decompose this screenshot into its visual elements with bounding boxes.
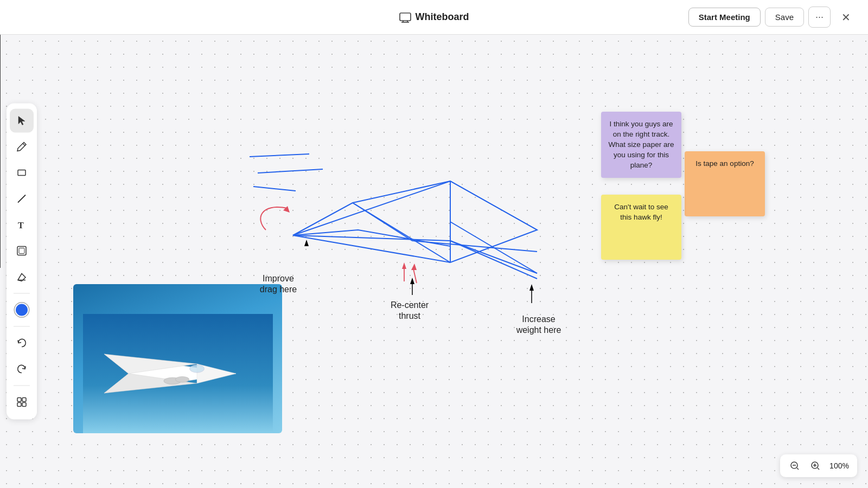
sticky-note-purple-text: I think you guys are on the right track.…: [609, 120, 674, 169]
undo-icon: [16, 338, 27, 349]
eraser-tool[interactable]: [10, 265, 34, 289]
recenter-label2: thrust: [399, 311, 421, 320]
increase-weight-label1: Increase: [522, 314, 555, 324]
rect-icon: [16, 168, 27, 178]
whiteboard-icon: [399, 11, 411, 23]
plane-drawing: [83, 314, 273, 433]
improve-drag-arrow: [260, 206, 290, 230]
save-button[interactable]: Save: [765, 8, 804, 27]
svg-line-4: [23, 144, 25, 146]
svg-marker-21: [402, 262, 406, 269]
eraser-icon: [16, 272, 27, 282]
text-tool[interactable]: T: [10, 213, 34, 237]
toolbar-divider-2: [14, 326, 30, 327]
header-actions: Start Meeting Save ··· ✕: [688, 7, 857, 28]
svg-rect-14: [22, 403, 26, 407]
select-tool[interactable]: [10, 109, 34, 133]
color-dot: [15, 303, 29, 317]
svg-marker-23: [411, 264, 417, 270]
toolbar-divider-3: [14, 386, 30, 386]
more-options-button[interactable]: ···: [808, 7, 831, 28]
header: Whiteboard Start Meeting Save ··· ✕: [0, 0, 868, 35]
color-picker[interactable]: [10, 298, 34, 322]
recenter-label1: Re-center: [391, 300, 429, 310]
svg-rect-8: [17, 247, 26, 255]
pen-tool[interactable]: [10, 135, 34, 159]
toolbar-divider: [14, 293, 30, 294]
redo-button[interactable]: [10, 357, 34, 381]
svg-point-18: [175, 376, 189, 382]
line-tool[interactable]: [10, 187, 34, 211]
svg-line-30: [818, 468, 819, 470]
svg-rect-11: [17, 398, 21, 402]
svg-line-22: [413, 269, 417, 283]
more-tools-button[interactable]: [10, 390, 34, 414]
toolbar: T: [7, 104, 37, 420]
frame-icon: [16, 246, 27, 256]
thrust-label-arrowhead: [410, 278, 414, 284]
svg-rect-9: [19, 248, 24, 254]
svg-rect-0: [400, 13, 411, 21]
zoom-out-icon: [790, 461, 800, 471]
text-icon: T: [16, 220, 27, 230]
svg-marker-19: [283, 206, 290, 213]
line-icon: [16, 194, 27, 204]
title-text: Whiteboard: [416, 11, 469, 23]
plane-photo: [73, 284, 282, 433]
redo-icon: [16, 364, 27, 375]
canvas: T: [0, 35, 868, 488]
more-tools-icon: [16, 397, 27, 408]
zoom-level: 100%: [828, 461, 851, 470]
sticky-note-yellow[interactable]: Can't wait to see this hawk fly!: [601, 195, 681, 260]
zoom-out-button[interactable]: [787, 458, 803, 474]
recenter-thrust-arrows: [402, 262, 417, 283]
start-meeting-button[interactable]: Start Meeting: [688, 8, 761, 27]
increase-weight-label2: weight here: [516, 325, 561, 335]
svg-line-6: [18, 195, 25, 203]
close-button[interactable]: ✕: [835, 7, 857, 28]
zoom-controls: 100%: [780, 454, 857, 477]
zoom-in-button[interactable]: [807, 458, 824, 474]
frame-tool[interactable]: [10, 239, 34, 263]
svg-point-16: [189, 365, 204, 373]
sticky-note-purple[interactable]: I think you guys are on the right track.…: [601, 112, 681, 178]
pen-icon: [16, 142, 27, 152]
svg-text:T: T: [18, 221, 24, 230]
drag-label-arrowhead: [304, 240, 309, 246]
paper-plane-drawing: [250, 154, 537, 279]
svg-rect-12: [22, 398, 26, 402]
svg-line-26: [797, 468, 799, 470]
sticky-note-orange[interactable]: Is tape an option?: [685, 151, 765, 216]
sticky-note-orange-text: Is tape an option?: [695, 159, 754, 168]
svg-rect-5: [18, 170, 25, 176]
header-title: Whiteboard: [399, 11, 469, 23]
weight-label-arrowhead: [529, 284, 534, 291]
zoom-in-icon: [810, 461, 820, 471]
cursor-icon: [16, 115, 27, 126]
sticky-note-yellow-text: Can't wait to see this hawk fly!: [614, 203, 668, 221]
svg-rect-13: [17, 403, 21, 407]
undo-button[interactable]: [10, 331, 34, 355]
improve-drag-label: Improve: [263, 274, 294, 283]
rect-tool[interactable]: [10, 161, 34, 185]
